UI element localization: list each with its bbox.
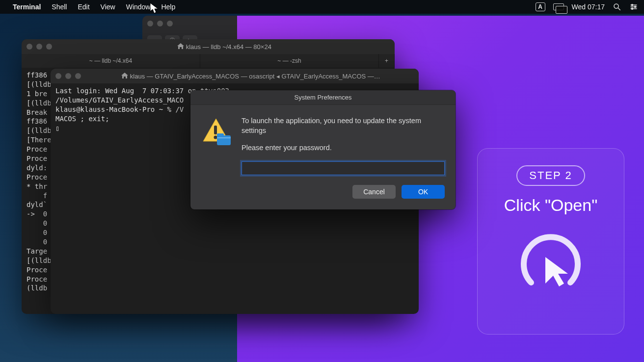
input-source-icon[interactable]: A	[536, 2, 545, 11]
menu-shell[interactable]: Shell	[52, 3, 67, 11]
menu-view[interactable]: View	[101, 3, 115, 11]
close-dot-icon[interactable]	[147, 21, 153, 26]
open-cursor-icon	[514, 229, 588, 302]
password-dialog: System Preferences To launch the applica…	[190, 90, 456, 209]
svg-point-12	[632, 4, 633, 6]
svg-line-8	[618, 8, 620, 10]
step-text: Click "Open"	[504, 196, 597, 215]
ok-button[interactable]: OK	[402, 185, 445, 199]
svg-point-7	[614, 4, 618, 8]
screen-mirroring-icon[interactable]	[553, 3, 564, 10]
spotlight-icon[interactable]	[613, 2, 621, 11]
new-tab-button[interactable]: +	[379, 54, 395, 68]
menu-window[interactable]: Window	[126, 3, 151, 11]
close-dot-icon[interactable]	[55, 73, 61, 79]
term1-tab-lldb[interactable]: ~ — lldb ~/4.x64	[22, 54, 200, 68]
svg-point-13	[635, 6, 636, 8]
close-dot-icon[interactable]	[27, 44, 32, 50]
svg-point-14	[632, 8, 633, 9]
menu-app[interactable]: Terminal	[13, 3, 41, 11]
term2-title: klaus — GTAIV_EarlyAccess_MACOS — osascr…	[88, 73, 414, 80]
control-center-icon[interactable]	[629, 2, 638, 11]
mouse-cursor-icon	[150, 2, 159, 14]
window-traffic-lights[interactable]	[147, 21, 173, 26]
zoom-dot-icon[interactable]	[167, 21, 173, 26]
zoom-dot-icon[interactable]	[46, 44, 52, 50]
term1-title: klaus — lldb ~/4.x64 — 80×24	[59, 43, 390, 51]
menu-edit[interactable]: Edit	[78, 3, 89, 11]
term1-tab-zsh[interactable]: ~ — -zsh	[200, 54, 379, 68]
menubar-clock[interactable]: Wed 07:17	[572, 3, 605, 11]
zoom-dot-icon[interactable]	[75, 73, 81, 79]
svg-rect-2	[214, 126, 217, 134]
svg-point-3	[214, 136, 217, 139]
warning-folder-icon	[201, 116, 233, 175]
svg-rect-6	[217, 137, 231, 138]
home-icon	[177, 43, 184, 49]
svg-rect-5	[217, 133, 224, 137]
minimize-dot-icon[interactable]	[65, 73, 71, 79]
term1-tabs: ~ — lldb ~/4.x64 ~ — -zsh +	[22, 54, 395, 68]
window-traffic-lights[interactable]	[27, 44, 52, 50]
home-icon	[121, 73, 128, 78]
step-card: STEP 2 Click "Open"	[477, 148, 624, 335]
term2-titlebar[interactable]: klaus — GTAIV_EarlyAccess_MACOS — osascr…	[51, 69, 419, 83]
dialog-message-2: Please enter your password.	[242, 143, 445, 153]
minimize-dot-icon[interactable]	[157, 21, 163, 26]
step-pill: STEP 2	[516, 165, 585, 186]
dialog-message-1: To launch the application, you need to u…	[242, 116, 445, 136]
dialog-title: System Preferences	[190, 90, 456, 105]
menu-help[interactable]: Help	[161, 3, 175, 11]
term1-titlebar[interactable]: klaus — lldb ~/4.x64 — 80×24	[22, 39, 395, 54]
menubar: Terminal Shell Edit View Window Help A W…	[0, 0, 644, 14]
window-traffic-lights[interactable]	[55, 73, 81, 79]
minimize-dot-icon[interactable]	[36, 44, 42, 50]
password-input[interactable]	[242, 161, 445, 175]
cancel-button[interactable]: Cancel	[352, 185, 396, 199]
